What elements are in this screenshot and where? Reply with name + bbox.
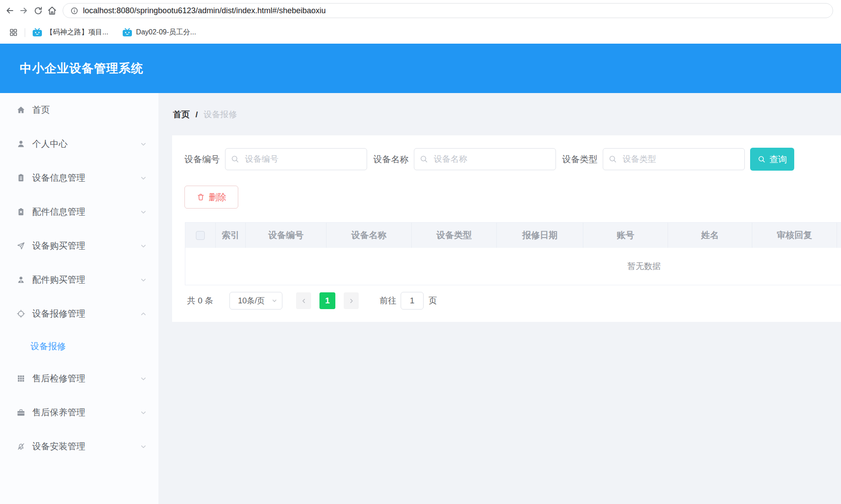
sidebar-item-label: 设备安装管理 (32, 441, 85, 452)
back-icon (4, 5, 15, 16)
home-button[interactable] (45, 4, 59, 18)
chevron-left-icon (300, 298, 307, 304)
delete-button-label: 删除 (209, 191, 226, 203)
sidebar-item-device-install[interactable]: 设备安装管理 (0, 429, 158, 463)
filter-form: 设备编号 设备名称 设备类型 查询 (184, 148, 794, 171)
aim-icon (16, 309, 26, 318)
table-header-row: 索引 设备编号 设备名称 设备类型 报修日期 账号 姓名 审核回复 (185, 222, 841, 248)
table-header-checkbox-cell (185, 223, 216, 248)
back-button[interactable] (3, 4, 17, 18)
sidebar-item-parts-purchase[interactable]: 配件购买管理 (0, 263, 158, 297)
sidebar-item-device-repair[interactable]: 设备报修管理 (0, 297, 158, 331)
page-unit-label: 页 (428, 295, 437, 306)
search-icon (420, 155, 428, 164)
forward-icon (19, 5, 29, 16)
bookmarks-divider (25, 28, 25, 37)
chevron-down-icon (140, 276, 147, 284)
prev-page-button[interactable] (296, 292, 311, 309)
home-icon (16, 105, 26, 115)
bookmark-item[interactable]: 【码神之路】项目... (32, 28, 108, 37)
page-size-select[interactable]: 10条/页 (229, 292, 282, 310)
pagination-total: 共 0 条 (187, 295, 213, 306)
sidebar-item-label: 售后保养管理 (32, 407, 85, 418)
bookmark-label: Day02-09-员工分... (136, 28, 196, 37)
apps-grid-icon (9, 28, 18, 37)
search-button[interactable]: 查询 (750, 148, 794, 171)
table-header-device-code: 设备编号 (246, 223, 327, 248)
app-title: 中小企业设备管理系统 (20, 60, 143, 76)
trash-icon (196, 193, 205, 202)
chevron-down-icon (140, 175, 147, 182)
table-header-account: 账号 (583, 223, 668, 248)
chevron-down-icon (140, 443, 147, 450)
sidebar-item-aftersales-inspection[interactable]: 售后检修管理 (0, 362, 158, 396)
reload-icon (33, 6, 43, 16)
table-header-repair-date: 报修日期 (497, 223, 583, 248)
forward-button[interactable] (17, 4, 31, 18)
select-all-checkbox[interactable] (196, 231, 205, 240)
send-icon (16, 241, 26, 250)
chevron-down-icon (140, 141, 147, 148)
chevron-up-icon (140, 310, 147, 317)
pagination: 共 0 条 10条/页 1 前往 页 (187, 292, 437, 310)
main-content: 首页 / 设备报修 设备编号 设备名称 设备类型 查询 (158, 93, 841, 504)
breadcrumb-separator: / (195, 110, 198, 119)
bookmark-label: 【码神之路】项目... (46, 28, 108, 37)
sidebar-item-aftersales-maintenance[interactable]: 售后保养管理 (0, 396, 158, 429)
clipboard-icon (16, 173, 26, 183)
table-header-index: 索引 (216, 223, 246, 248)
chevron-right-icon (348, 298, 355, 304)
member-icon (16, 275, 26, 284)
page-1-button[interactable]: 1 (319, 292, 335, 309)
address-bar[interactable]: localhost:8080/springbootu6123/admin/dis… (63, 3, 833, 18)
sidebar-item-parts-info[interactable]: 配件信息管理 (0, 195, 158, 229)
sidebar-item-device-purchase[interactable]: 设备购买管理 (0, 229, 158, 263)
filter-label-device-code: 设备编号 (184, 153, 220, 165)
bookmarks-bar: 【码神之路】项目... Day02-09-员工分... (0, 21, 841, 44)
device-name-input[interactable] (414, 148, 556, 170)
device-code-input[interactable] (225, 148, 367, 170)
search-icon (758, 155, 766, 164)
search-icon (608, 155, 617, 164)
repair-table: 索引 设备编号 设备名称 设备类型 报修日期 账号 姓名 审核回复 暂无数据 (185, 222, 841, 285)
breadcrumb-home[interactable]: 首页 (173, 109, 190, 120)
breadcrumb-current: 设备报修 (203, 109, 237, 120)
goto-label: 前往 (379, 295, 396, 306)
sidebar-item-label: 设备报修管理 (32, 308, 85, 320)
page-size-value: 10条/页 (238, 295, 265, 306)
browser-toolbar: localhost:8080/springbootu6123/admin/dis… (0, 0, 841, 21)
bilibili-tv-icon (32, 28, 42, 37)
content-card: 设备编号 设备名称 设备类型 查询 删除 (172, 135, 841, 322)
table-header-device-type: 设备类型 (412, 223, 497, 248)
chevron-down-icon (140, 209, 147, 216)
sidebar-subitem-device-repair[interactable]: 设备报修 (0, 331, 158, 362)
sidebar: 首页 个人中心 设备信息管理 配件信息管理 设备购买管理 配件购买管理 设备报修… (0, 93, 158, 504)
apps-grid-button[interactable] (7, 26, 19, 39)
filter-label-device-type: 设备类型 (562, 153, 597, 165)
search-icon (231, 155, 240, 164)
chevron-down-icon (140, 409, 147, 416)
url-text: localhost:8080/springbootu6123/admin/dis… (83, 6, 326, 15)
next-page-button[interactable] (344, 292, 359, 309)
sidebar-item-label: 配件信息管理 (32, 206, 85, 218)
breadcrumb: 首页 / 设备报修 (173, 109, 237, 120)
bilibili-tv-icon (122, 28, 132, 37)
device-type-input[interactable] (603, 148, 745, 170)
bookmark-item[interactable]: Day02-09-员工分... (122, 28, 196, 37)
goto-page-input[interactable] (401, 292, 424, 310)
clipboard-x-icon (16, 207, 26, 217)
sidebar-item-device-info[interactable]: 设备信息管理 (0, 161, 158, 195)
reload-button[interactable] (31, 4, 45, 18)
chevron-down-icon (271, 298, 278, 304)
device-name-field-wrap (414, 148, 556, 170)
device-type-field-wrap (603, 148, 745, 170)
table-header-name: 姓名 (668, 223, 752, 248)
sidebar-item-label: 设备信息管理 (32, 172, 85, 184)
sidebar-item-personal-center[interactable]: 个人中心 (0, 127, 158, 161)
bell-off-icon (16, 442, 26, 451)
info-icon[interactable] (70, 7, 79, 15)
table-header-device-name: 设备名称 (327, 223, 412, 248)
delete-button[interactable]: 删除 (184, 186, 238, 209)
empty-text: 暂无数据 (627, 261, 661, 272)
sidebar-item-home[interactable]: 首页 (0, 93, 158, 127)
